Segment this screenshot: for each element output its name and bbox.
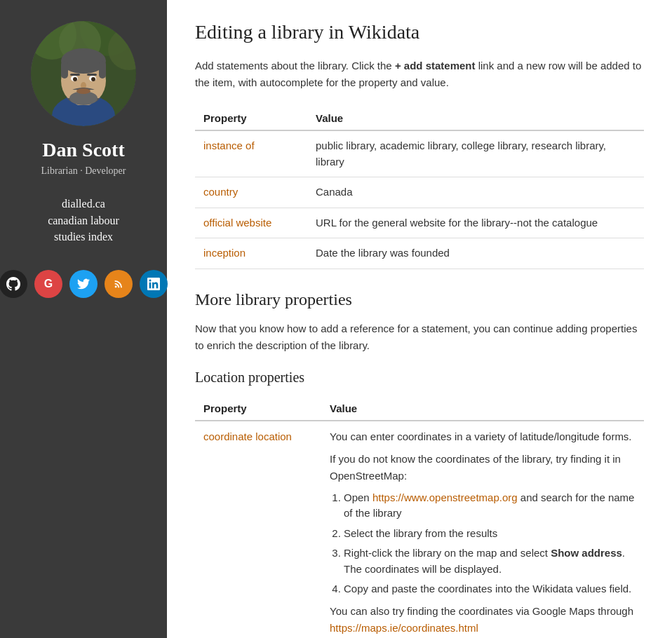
coord-steps-list: Open https://www.openstreetmap.org and s… <box>344 490 636 597</box>
table-row: country Canada <box>195 177 644 208</box>
sidebar: Dan Scott Librarian · Developer dialled.… <box>0 0 167 638</box>
coord-para-3-before: You can also try finding the coordinates… <box>330 605 633 617</box>
intro-paragraph: Add statements about the library. Click … <box>195 57 644 91</box>
maps-ie-link[interactable]: https://maps.ie/coordinates.html <box>330 622 478 634</box>
svg-point-15 <box>91 77 95 81</box>
value-coordinate-location: You can enter coordinates in a variety o… <box>321 421 644 639</box>
step3-text-before: Right-click the library on the map and s… <box>344 547 551 559</box>
github-icon[interactable] <box>0 270 27 298</box>
col-header-property-1: Property <box>195 107 307 130</box>
table-row: coordinate location You can enter coordi… <box>195 421 644 639</box>
value-instance-of: public library, academic library, colleg… <box>307 130 644 177</box>
intro-text-before: Add statements about the library. Click … <box>195 60 395 72</box>
step1-text-before: Open <box>344 491 372 503</box>
properties-table-2: Property Value coordinate location You c… <box>195 397 644 639</box>
sidebar-link-clsi[interactable]: canadian labourstudies index <box>48 213 119 245</box>
svg-rect-16 <box>70 74 80 76</box>
coord-para-1: You can enter coordinates in a variety o… <box>330 428 636 445</box>
property-coordinate-location[interactable]: coordinate location <box>195 421 321 639</box>
table-row: inception Date the library was founded <box>195 238 644 269</box>
coord-para-3: You can also try finding the coordinates… <box>330 603 636 637</box>
main-content: Editing a library in Wikidata Add statem… <box>167 0 672 638</box>
add-statement-link-text[interactable]: + add statement <box>395 60 476 72</box>
list-item: Right-click the library on the map and s… <box>344 545 636 577</box>
col-header-value-1: Value <box>307 107 644 130</box>
property-inception[interactable]: inception <box>195 238 307 269</box>
page-title: Editing a library in Wikidata <box>195 21 644 43</box>
coord-para-2: If you do not know the coordinates of th… <box>330 451 636 484</box>
section-2-title: More library properties <box>195 290 644 309</box>
value-inception: Date the library was founded <box>307 238 644 269</box>
table-row: official website URL for the general web… <box>195 208 644 238</box>
twitter-icon[interactable] <box>69 270 98 298</box>
table-row: instance of public library, academic lib… <box>195 130 644 177</box>
sidebar-link-dialled[interactable]: dialled.ca <box>62 196 105 212</box>
property-country[interactable]: country <box>195 177 307 208</box>
svg-point-22 <box>76 88 90 94</box>
section-2-text: Now that you know how to add a reference… <box>195 320 644 354</box>
list-item: Select the library from the results <box>344 526 636 542</box>
value-country: Canada <box>307 177 644 208</box>
sidebar-links: dialled.ca canadian labourstudies index <box>48 196 119 245</box>
openstreetmap-link[interactable]: https://www.openstreetmap.org <box>372 491 518 503</box>
user-subtitle: Librarian · Developer <box>41 165 126 177</box>
user-name: Dan Scott <box>42 139 124 161</box>
svg-rect-17 <box>87 74 97 76</box>
property-instance-of[interactable]: instance of <box>195 130 307 177</box>
avatar <box>31 21 136 126</box>
svg-point-14 <box>73 77 77 81</box>
properties-table-1: Property Value instance of public librar… <box>195 107 644 269</box>
svg-rect-11 <box>99 61 106 79</box>
avatar-image <box>31 21 136 126</box>
list-item: Copy and paste the coordinates into the … <box>344 581 636 597</box>
social-icons: G <box>0 270 168 298</box>
location-title: Location properties <box>195 369 644 386</box>
step2-text: Select the library from the results <box>344 527 497 539</box>
show-address-label: Show address <box>551 547 622 559</box>
col-header-value-2: Value <box>321 397 644 421</box>
list-item: Open https://www.openstreetmap.org and s… <box>344 490 636 522</box>
google-icon[interactable]: G <box>34 270 62 298</box>
value-official-website: URL for the general website for the libr… <box>307 208 644 238</box>
svg-rect-10 <box>61 61 68 79</box>
property-official-website[interactable]: official website <box>195 208 307 238</box>
linkedin-icon[interactable] <box>140 270 168 298</box>
step4-text: Copy and paste the coordinates into the … <box>344 583 631 595</box>
col-header-property-2: Property <box>195 397 321 421</box>
rss-icon[interactable] <box>105 270 133 298</box>
